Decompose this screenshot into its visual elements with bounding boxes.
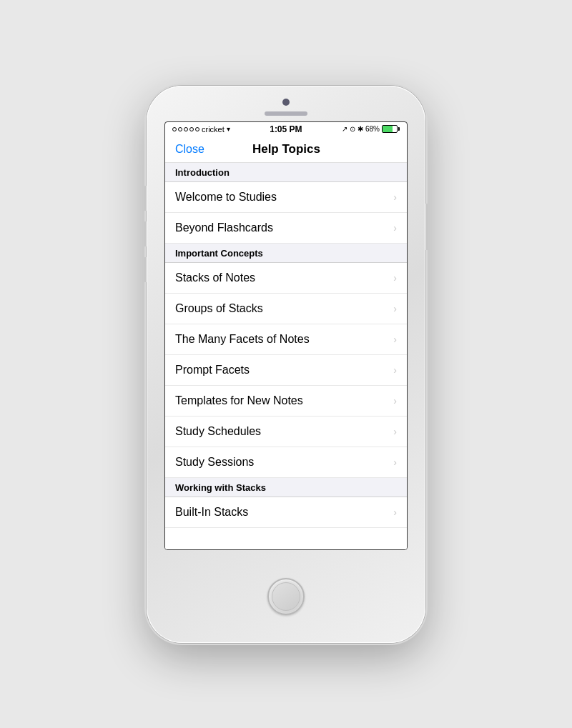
battery-percent: 68% bbox=[365, 125, 380, 133]
chevron-icon: › bbox=[393, 507, 397, 518]
signal-dot-1 bbox=[172, 127, 177, 131]
phone-frame: cricket ▾ 1:05 PM ↗ ⊙ ✱ 68% Close Help T… bbox=[147, 86, 425, 643]
list-item-text: Groups of Stacks bbox=[175, 302, 263, 315]
list-item-text: Built-In Stacks bbox=[175, 506, 248, 519]
list-item-prompt-facets[interactable]: Prompt Facets › bbox=[165, 355, 407, 386]
battery-body bbox=[382, 125, 398, 133]
chevron-icon: › bbox=[393, 364, 397, 376]
page-title: Help Topics bbox=[252, 142, 320, 156]
list-item-groups-of-stacks[interactable]: Groups of Stacks › bbox=[165, 294, 407, 324]
chevron-icon: › bbox=[393, 272, 397, 284]
chevron-icon: › bbox=[393, 457, 397, 468]
status-time: 1:05 PM bbox=[270, 124, 302, 134]
speaker bbox=[265, 111, 307, 116]
camera bbox=[282, 99, 290, 106]
section-header-important-concepts: Important Concepts bbox=[165, 244, 407, 263]
chevron-icon: › bbox=[393, 426, 397, 437]
home-button-inner bbox=[272, 582, 300, 611]
section-header-introduction: Introduction bbox=[165, 163, 407, 182]
battery-tip bbox=[398, 127, 400, 131]
signal-dot-2 bbox=[178, 127, 182, 131]
list-item-text: Welcome to Studies bbox=[175, 191, 277, 204]
list-item-many-facets[interactable]: The Many Facets of Notes › bbox=[165, 324, 407, 355]
list-item-text: Stacks of Notes bbox=[175, 271, 255, 284]
signal-dot-4 bbox=[189, 127, 194, 131]
chevron-icon: › bbox=[393, 395, 397, 407]
carrier-name: cricket bbox=[202, 125, 225, 134]
nav-bar: Close Help Topics bbox=[165, 136, 407, 163]
battery-indicator bbox=[382, 125, 400, 133]
status-right: ↗ ⊙ ✱ 68% bbox=[342, 125, 400, 133]
signal-dots bbox=[172, 127, 199, 131]
list-item-text: Beyond Flashcards bbox=[175, 221, 273, 234]
list-item-text: Prompt Facets bbox=[175, 364, 250, 377]
wifi-icon: ▾ bbox=[227, 125, 230, 133]
list-item-study-sessions[interactable]: Study Sessions › bbox=[165, 447, 407, 478]
list-item-text: Study Schedules bbox=[175, 425, 261, 438]
list-item-text: The Many Facets of Notes bbox=[175, 333, 310, 346]
list-item-beyond-flashcards[interactable]: Beyond Flashcards › bbox=[165, 213, 407, 244]
status-left: cricket ▾ bbox=[172, 125, 230, 134]
chevron-icon: › bbox=[393, 303, 397, 314]
list-container[interactable]: Introduction Welcome to Studies › Beyond… bbox=[165, 163, 407, 549]
chevron-icon: › bbox=[393, 191, 397, 203]
list-item-welcome[interactable]: Welcome to Studies › bbox=[165, 182, 407, 213]
list-item-stacks-of-notes[interactable]: Stacks of Notes › bbox=[165, 263, 407, 294]
section-header-working-with-stacks: Working with Stacks bbox=[165, 478, 407, 497]
bluetooth-icon: ✱ bbox=[358, 125, 363, 133]
battery-fill bbox=[383, 126, 393, 132]
status-bar: cricket ▾ 1:05 PM ↗ ⊙ ✱ 68% bbox=[165, 122, 407, 136]
list-item-study-schedules[interactable]: Study Schedules › bbox=[165, 417, 407, 447]
close-button[interactable]: Close bbox=[175, 143, 204, 156]
home-button[interactable] bbox=[267, 578, 305, 615]
chevron-icon: › bbox=[393, 334, 397, 345]
list-item-text: Templates for New Notes bbox=[175, 394, 303, 407]
phone-top bbox=[147, 86, 425, 121]
phone-bottom bbox=[267, 550, 305, 643]
circle-icon: ⊙ bbox=[350, 125, 355, 133]
list-item-templates[interactable]: Templates for New Notes › bbox=[165, 386, 407, 417]
list-item-text: Study Sessions bbox=[175, 456, 254, 469]
list-item-built-in-stacks[interactable]: Built-In Stacks › bbox=[165, 497, 407, 528]
signal-dot-3 bbox=[184, 127, 188, 131]
chevron-icon: › bbox=[393, 222, 397, 234]
location-icon: ↗ bbox=[342, 125, 347, 133]
phone-screen: cricket ▾ 1:05 PM ↗ ⊙ ✱ 68% Close Help T… bbox=[164, 121, 408, 550]
signal-dot-5 bbox=[195, 127, 199, 131]
